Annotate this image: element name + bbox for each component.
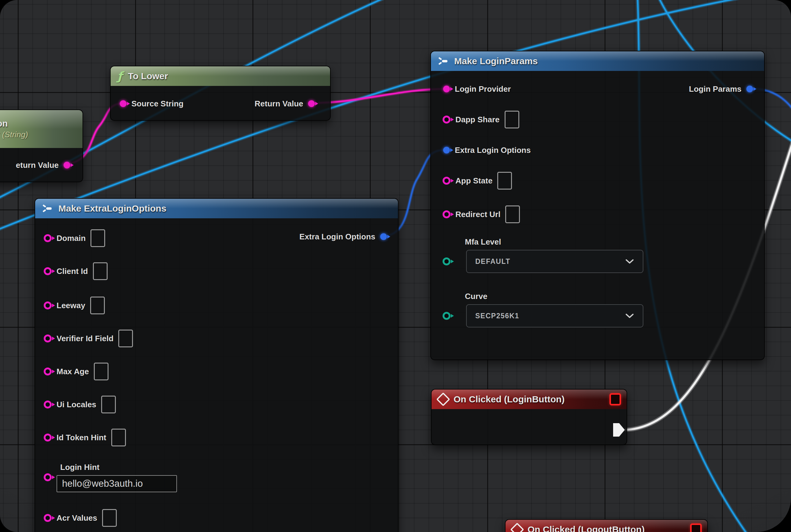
make-loginparams-header[interactable]: Make LoginParams: [431, 51, 764, 71]
max-age-value-box[interactable]: [94, 363, 109, 380]
pin-label-source-string: Source String: [131, 99, 184, 109]
return-value-pin[interactable]: [63, 162, 70, 169]
pin-label-client-id: Client Id: [57, 267, 88, 276]
mfa-level-label: Mfa Level: [465, 237, 643, 247]
pin-label-extra-login-options-out: Extra Login Options: [300, 232, 375, 242]
node-on-clicked-logoutbutton[interactable]: On Clicked (LogoutButton): [505, 519, 708, 532]
mfa-level-value: DEFAULT: [475, 258, 510, 266]
domain-value-box[interactable]: [91, 229, 105, 247]
leeway-pin[interactable]: [44, 302, 52, 309]
node-partial-header[interactable]: tion ox (String): [0, 110, 82, 148]
redirect-url-value-box[interactable]: [505, 206, 520, 223]
redirect-url-pin[interactable]: [443, 210, 450, 218]
max-age-pin[interactable]: [44, 367, 52, 376]
pin-label-domain: Domain: [57, 233, 85, 243]
pin-label-login-hint: Login Hint: [60, 462, 177, 472]
login-provider-pin[interactable]: [443, 86, 450, 92]
acr-values-value-box[interactable]: [102, 509, 117, 527]
make-extraloginoptions-header[interactable]: Make ExtraLoginOptions: [35, 199, 398, 218]
chevron-down-icon: [625, 313, 634, 319]
mfa-level-pin[interactable]: [443, 258, 450, 265]
node-make-loginparams[interactable]: Make LoginParams Login Params Login Prov…: [430, 51, 765, 360]
ui-locales-value-box[interactable]: [101, 396, 116, 413]
pin-label-login-provider: Login Provider: [455, 84, 511, 94]
client-id-value-box[interactable]: [93, 262, 108, 280]
node-title: Make ExtraLoginOptions: [58, 203, 166, 214]
dapp-share-pin[interactable]: [443, 116, 450, 124]
curve-dropdown[interactable]: SECP256K1: [466, 304, 643, 327]
extra-login-options-input-pin[interactable]: [443, 147, 450, 153]
app-state-value-box[interactable]: [497, 172, 512, 190]
verifier-id-field-pin[interactable]: [44, 335, 52, 342]
source-string-pin[interactable]: [120, 100, 127, 107]
exec-output-pin[interactable]: [613, 423, 625, 437]
node-subtitle: ox (String): [0, 130, 28, 139]
blueprint-canvas[interactable]: tion ox (String) eturn Value ƒ To Lower …: [0, 0, 791, 532]
node-title: To Lower: [128, 71, 168, 81]
event-diamond-icon: [436, 392, 450, 406]
id-token-hint-pin[interactable]: [44, 434, 52, 441]
verifier-id-field-value-box[interactable]: [118, 329, 133, 347]
pin-label-acr-values: Acr Values: [57, 513, 97, 523]
on-clicked-login-header[interactable]: On Clicked (LoginButton): [431, 390, 626, 409]
id-token-hint-value-box[interactable]: [111, 429, 126, 446]
login-params-output-pin[interactable]: [746, 86, 753, 92]
pin-label-return-value: Return Value: [255, 99, 303, 109]
login-hint-input[interactable]: hello@web3auth.io: [57, 475, 177, 492]
pin-label-return-value: eturn Value: [16, 160, 59, 170]
node-title: Make LoginParams: [454, 56, 538, 66]
client-id-pin[interactable]: [44, 267, 52, 275]
function-icon: ƒ: [117, 70, 122, 82]
ui-locales-pin[interactable]: [44, 401, 52, 408]
chevron-down-icon: [625, 259, 634, 264]
node-to-lower[interactable]: ƒ To Lower Source String Return Value: [110, 66, 331, 121]
pin-label-leeway: Leeway: [57, 301, 85, 310]
curve-pin[interactable]: [443, 312, 450, 320]
return-value-pin[interactable]: [308, 100, 315, 107]
pin-label-login-params-out: Login Params: [689, 84, 741, 94]
node-title: On Clicked (LogoutButton): [527, 524, 644, 532]
curve-value: SECP256K1: [475, 312, 519, 320]
pin-label-ui-locales: Ui Locales: [57, 400, 96, 410]
event-diamond-icon: [510, 522, 524, 532]
make-struct-icon: [42, 203, 53, 214]
pin-label-dapp-share: Dapp Share: [456, 115, 500, 125]
domain-pin[interactable]: [44, 234, 52, 242]
mfa-level-dropdown[interactable]: DEFAULT: [466, 250, 643, 273]
event-bound-icon[interactable]: [610, 393, 621, 405]
leeway-value-box[interactable]: [90, 297, 105, 314]
login-hint-pin[interactable]: [44, 473, 52, 481]
node-on-clicked-loginbutton[interactable]: On Clicked (LoginButton): [431, 389, 627, 445]
pin-label-redirect-url: Redirect Url: [456, 210, 500, 219]
node-partial-function[interactable]: tion ox (String) eturn Value: [0, 110, 83, 182]
event-bound-icon[interactable]: [690, 524, 702, 532]
app-state-pin[interactable]: [443, 177, 450, 185]
make-struct-icon: [438, 56, 449, 66]
pin-label-verifier-id-field: Verifier Id Field: [57, 334, 113, 343]
pin-label-extra-login-options: Extra Login Options: [455, 146, 530, 155]
pin-label-app-state: App State: [456, 176, 493, 186]
extra-login-options-output-pin[interactable]: [380, 233, 387, 240]
dapp-share-value-box[interactable]: [505, 111, 519, 128]
to-lower-header[interactable]: ƒ To Lower: [111, 66, 330, 86]
pin-label-id-token-hint: Id Token Hint: [57, 433, 107, 442]
node-title: On Clicked (LoginButton): [454, 394, 564, 404]
node-title: tion: [0, 119, 8, 129]
pin-label-max-age: Max Age: [57, 367, 89, 376]
acr-values-pin[interactable]: [44, 514, 52, 522]
node-make-extraloginoptions[interactable]: Make ExtraLoginOptions Extra Login Optio…: [35, 198, 399, 532]
on-clicked-logout-header[interactable]: On Clicked (LogoutButton): [505, 520, 707, 532]
curve-label: Curve: [465, 292, 643, 301]
